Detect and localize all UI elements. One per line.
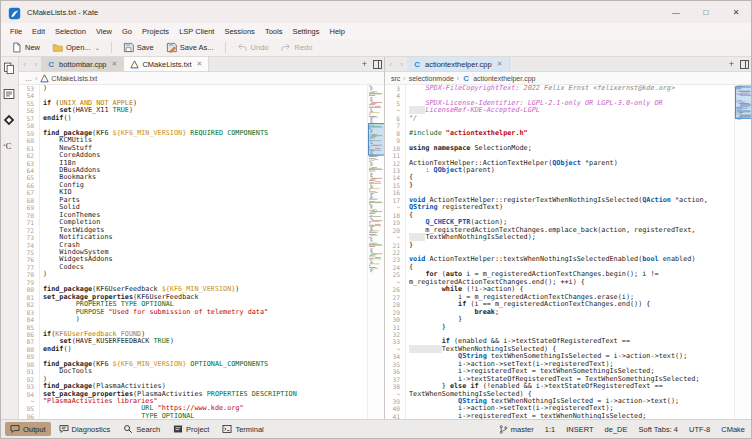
chevron-right-icon[interactable]: › [396, 57, 407, 71]
status-cmake[interactable]: CMake [721, 425, 745, 434]
status-segment-label: CMake [721, 425, 745, 434]
sidebar-tool-symbols[interactable] [3, 86, 16, 99]
redo-icon [280, 42, 291, 53]
code-line: 84 ) [19, 316, 367, 323]
sidebar-tool-project-tool[interactable] [3, 112, 16, 125]
line-number: 17 [385, 197, 406, 204]
new-button[interactable]: New [6, 40, 45, 55]
breadcrumb-item-selectionmode[interactable]: selectionmode [409, 75, 454, 82]
line-number: 68 [19, 197, 40, 204]
menu-settings[interactable]: Settings [287, 25, 324, 38]
new-document-button[interactable]: + [725, 57, 738, 71]
line-number: 39 [385, 398, 406, 405]
status-1-1[interactable]: 1:1 [545, 425, 555, 434]
line-number: 16 [385, 189, 406, 196]
status-de-de[interactable]: de_DE [605, 425, 628, 434]
close-icon[interactable]: ✕ [197, 60, 203, 68]
minimize-button[interactable]: — [661, 1, 691, 23]
menu-go[interactable]: Go [117, 25, 137, 38]
menu-projects[interactable]: Projects [137, 25, 174, 38]
toolbar-button-label: New [25, 43, 40, 52]
line-number: 19 [385, 219, 406, 226]
line-number: 70 [19, 212, 40, 219]
diagnostics-toolview-button[interactable]: Diagnostics [54, 422, 116, 436]
tab-actiontexthelper-cpp[interactable]: Cactiontexthelper.cpp✕ [407, 57, 510, 71]
sidebar-tool-lsp[interactable]: ‘C [3, 138, 16, 151]
chevron-left-icon[interactable]: ‹ [385, 57, 396, 71]
tabbar-spacer [510, 57, 725, 71]
menu-selection[interactable]: Selection [50, 25, 91, 38]
line-number: 79 [19, 279, 40, 286]
status-bar: OutputDiagnosticsSearchProjectTerminal m… [1, 419, 751, 438]
breadcrumb-item-[interactable]: … [25, 75, 32, 82]
line-number: 25 [385, 271, 406, 278]
split-view-button[interactable] [371, 57, 384, 71]
close-icon[interactable]: ✕ [112, 60, 118, 68]
chevron-down-icon[interactable]: ⌄ [95, 44, 100, 51]
chevron-right-icon[interactable]: › [30, 57, 41, 71]
status-soft-tabs-4[interactable]: Soft Tabs: 4 [639, 425, 678, 434]
close-icon[interactable]: ✕ [497, 60, 503, 68]
tab-cmakelists-txt[interactable]: CMakeLists.txt✕ [124, 57, 209, 71]
minimap-scrollbar[interactable] [367, 85, 384, 419]
code-line: 13 : QObject(parent) [385, 167, 734, 174]
save-as-button[interactable]: Save As... [161, 40, 219, 55]
symbols-icon [3, 88, 15, 100]
terminal-toolview-button[interactable]: Terminal [217, 422, 268, 436]
line-number: 86 [19, 331, 40, 338]
tab-bottombar-cpp[interactable]: Cbottombar.cpp✕ [41, 57, 124, 71]
line-number: 64 [19, 167, 40, 174]
cpp-icon: C [413, 60, 422, 69]
code-text: } [406, 182, 413, 189]
sidebar-tool-documents[interactable] [3, 60, 16, 73]
minimap-scrollbar[interactable] [734, 85, 751, 419]
project-toolview-button[interactable]: Project [168, 422, 214, 436]
menu-view[interactable]: View [91, 25, 117, 38]
code-text: QString registeredText) [406, 204, 503, 211]
line-number: 85 [19, 324, 40, 331]
breadcrumb-item-src[interactable]: src [391, 75, 400, 82]
status-insert[interactable]: INSERT [566, 425, 593, 434]
chevron-left-icon[interactable]: ‹ [19, 57, 30, 71]
main-area: ‘C ‹›Cbottombar.cpp✕CMakeLists.txt✕+…›CM… [1, 57, 751, 419]
open-button[interactable]: Open...⌄ [47, 40, 105, 55]
save-button[interactable]: Save [118, 40, 159, 55]
breadcrumb-label: src [391, 75, 400, 82]
toolview-sidebar: ‘C [1, 57, 19, 419]
menu-edit[interactable]: Edit [27, 25, 50, 38]
status-info: master1:1INSERTde_DESoft Tabs: 4UTF-8CMa… [499, 425, 745, 434]
split-view-button[interactable] [738, 57, 751, 71]
close-button[interactable]: ✕ [721, 1, 751, 23]
line-number: 29 [385, 309, 406, 316]
title-bar[interactable]: CMakeLists.txt - Kate — □ ✕ [1, 1, 751, 23]
menu-file[interactable]: File [5, 25, 27, 38]
diagnostics-icon [59, 424, 69, 434]
breadcrumb-label: selectionmode [409, 75, 454, 82]
search-toolview-button[interactable]: Search [118, 422, 165, 436]
line-number: 7 [385, 122, 406, 129]
menu-sessions[interactable]: Sessions [219, 25, 259, 38]
line-number: 65 [19, 174, 40, 181]
output-toolview-button[interactable]: Output [5, 422, 51, 436]
line-number: 78 [19, 271, 40, 278]
text-editor-left[interactable]: 53)5455if (UNIX AND NOT APPLE)56 set(HAV… [19, 85, 384, 419]
status-utf-8[interactable]: UTF-8 [689, 425, 710, 434]
maximize-button[interactable]: □ [691, 1, 721, 23]
breadcrumb-item-actiontexthelper-cpp[interactable]: Cactiontexthelper.cpp [462, 74, 535, 83]
code-area[interactable]: 3 SPDX-FileCopyrightText: 2022 Felix Ern… [385, 85, 734, 419]
code-text: endif() [40, 115, 72, 122]
right-editor-pane: ‹›Cactiontexthelper.cpp✕+src›selectionmo… [385, 57, 751, 419]
breadcrumb-item-cmakelists-txt[interactable]: CMakeLists.txt [40, 74, 97, 83]
code-text: } [406, 242, 413, 249]
folder-open-icon [52, 42, 63, 53]
line-number: 24 [385, 264, 406, 271]
text-editor-right[interactable]: 3 SPDX-FileCopyrightText: 2022 Felix Ern… [385, 85, 751, 419]
tab-bar-left: ‹›Cbottombar.cpp✕CMakeLists.txt✕+ [19, 57, 384, 72]
code-area[interactable]: 53)5455if (UNIX AND NOT APPLE)56 set(HAV… [19, 85, 367, 419]
menu-tools[interactable]: Tools [260, 25, 288, 38]
status-master[interactable]: master [499, 425, 534, 434]
new-document-button[interactable]: + [358, 57, 371, 71]
menu-help[interactable]: Help [325, 25, 350, 38]
menu-lsp-client[interactable]: LSP Client [174, 25, 219, 38]
breadcrumb-label: … [25, 75, 32, 82]
